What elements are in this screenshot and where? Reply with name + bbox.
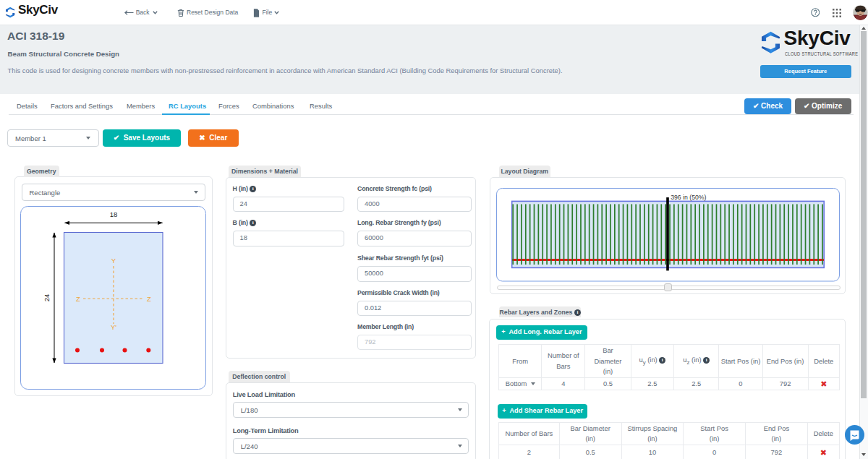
svg-text:24: 24: [43, 294, 51, 302]
svg-text:396 in (50%): 396 in (50%): [671, 194, 706, 201]
svg-text:Y: Y: [111, 257, 116, 265]
svg-text:Z: Z: [147, 295, 151, 303]
svg-text:Z: Z: [76, 295, 80, 303]
svg-text:Y': Y': [111, 323, 116, 331]
svg-text:18: 18: [110, 210, 118, 218]
